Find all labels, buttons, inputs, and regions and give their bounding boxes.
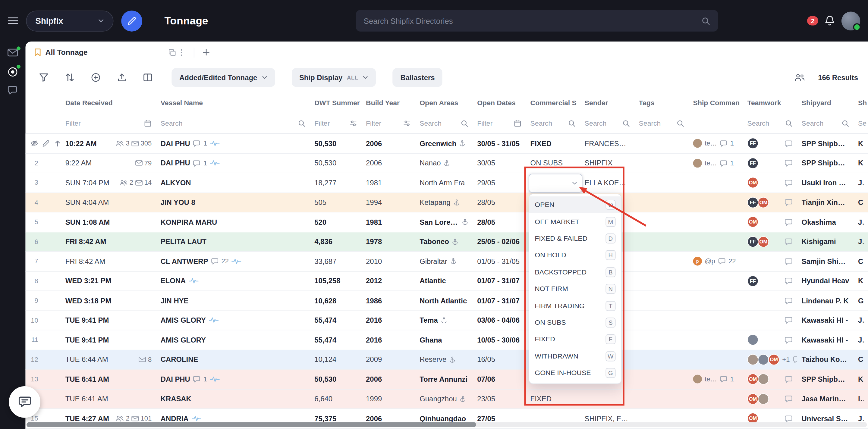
column-header-commercial[interactable]: Commercial S — [526, 97, 580, 107]
status-option-fixed[interactable]: FIXEDF — [529, 331, 621, 348]
filter-sender[interactable]: Search — [580, 119, 634, 127]
filter-tags[interactable]: Search — [634, 119, 689, 127]
sidebar-item-chat[interactable] — [7, 85, 19, 96]
status-option-open[interactable]: OPENO — [529, 196, 621, 213]
column-header-teamwork[interactable]: Teamwork — [743, 97, 797, 107]
export-button[interactable] — [113, 68, 131, 87]
status-option-gone-in-house[interactable]: GONE IN-HOUSEG — [529, 365, 621, 382]
cell-commercial-status[interactable]: FIXED — [526, 395, 580, 403]
teamwork-filter-icon[interactable] — [794, 73, 805, 81]
status-combobox[interactable] — [529, 174, 582, 193]
status-option-withdrawn[interactable]: WITHDRAWNW — [529, 348, 621, 365]
pencil-icon — [127, 16, 136, 25]
teammate-avatar[interactable]: FF — [747, 158, 758, 169]
table-row[interactable]: 8WED 3:21 PMELONA105,2582012Atlantic01/0… — [25, 271, 868, 291]
support-chat-launcher[interactable] — [9, 386, 40, 418]
filter-button[interactable] — [34, 68, 53, 87]
status-option-on-subs[interactable]: ON SUBSS — [529, 314, 621, 331]
duplicate-view-icon[interactable] — [168, 48, 176, 56]
added-edited-tonnage-dropdown[interactable]: Added/Edited Tonnage — [172, 68, 275, 87]
teammate-avatar[interactable]: FF — [747, 197, 758, 208]
add-tonnage-button[interactable] — [87, 68, 105, 87]
teammate-avatar[interactable]: OM — [758, 197, 769, 208]
menu-icon[interactable] — [8, 16, 19, 25]
status-option-not-firm[interactable]: NOT FIRMN — [529, 280, 621, 297]
compose-button[interactable] — [121, 10, 142, 31]
filter-dates[interactable]: Filter — [473, 119, 526, 127]
column-header-shipcomments[interactable]: Ship Commen — [689, 97, 743, 107]
column-header-build[interactable]: Build Year — [361, 97, 415, 107]
filter-dwt[interactable]: Filter — [310, 119, 362, 127]
column-header-vessel[interactable]: Vessel Name — [156, 97, 310, 107]
teammate-avatar[interactable] — [758, 393, 769, 404]
tab-menu-icon[interactable] — [181, 48, 183, 56]
cell-commercial-status[interactable]: ON SUBS — [526, 159, 580, 167]
column-header-dwt[interactable]: DWT Summer — [310, 97, 362, 107]
sort-button[interactable] — [60, 68, 79, 87]
teammate-avatar[interactable] — [747, 354, 758, 365]
global-search-input[interactable] — [364, 16, 696, 25]
table-row[interactable]: 11TUE 9:41 PMAMIS GLORY55,4742016Ghana10… — [25, 330, 868, 350]
status-option-firm-trading[interactable]: FIRM TRADINGT — [529, 297, 621, 314]
column-header-tags[interactable]: Tags — [634, 97, 689, 107]
filter-shipyard[interactable]: Search — [797, 119, 854, 127]
table-row[interactable]: 13TUE 6:41 AMDAI PHU150,5302006Torre Ann… — [25, 370, 868, 389]
teammate-avatar[interactable]: FF — [747, 236, 758, 248]
status-option-on-hold[interactable]: ON HOLDH — [529, 247, 621, 264]
teammate-avatar[interactable]: FF — [747, 138, 758, 149]
teammate-avatar[interactable]: OM — [747, 177, 758, 188]
table-row[interactable]: 7FRI 8:42 AMCL ANTWERP2233,6872010Gibral… — [25, 252, 868, 271]
cell-commercial-status[interactable]: FIXED — [526, 139, 580, 147]
ship-display-dropdown[interactable]: Ship Display ALL — [291, 68, 376, 87]
sidebar-item-tonnage[interactable] — [7, 66, 19, 77]
status-combobox-input[interactable] — [534, 179, 572, 187]
table-row[interactable]: 9WED 3:18 PMJIN HYE10,6281986North Atlan… — [25, 291, 868, 310]
workspace-switcher[interactable]: Shipfix — [26, 10, 113, 31]
status-option-off-market[interactable]: OFF MARKETM — [529, 213, 621, 230]
table-row[interactable]: 10:22 AM3305DAI PHU150,5302006Greenwich3… — [25, 134, 868, 153]
table-row[interactable]: 12TUE 6:44 AM8CAROLINE10,1242009Reserve1… — [25, 350, 868, 370]
column-header-sender[interactable]: Sender — [580, 97, 634, 107]
column-header-dates[interactable]: Open Dates — [473, 97, 526, 107]
table-row[interactable]: 6FRI 8:42 AMPELITA LAUT4,8361978Taboneo2… — [25, 232, 868, 252]
table-row[interactable]: 10TUE 9:41 PMAMIS GLORY55,4742016Tema03/… — [25, 310, 868, 330]
filter-areas[interactable]: Search — [415, 119, 473, 127]
teammate-avatar[interactable] — [758, 373, 769, 385]
teammate-avatar[interactable]: OM — [747, 393, 758, 404]
table-row[interactable]: 3SUN 7:04 PM214ALKYON18,2771981North Arm… — [25, 173, 868, 193]
filter-build[interactable]: Filter — [361, 119, 415, 127]
user-avatar[interactable] — [841, 11, 860, 30]
add-tab-button[interactable] — [198, 45, 213, 60]
filter-vessel[interactable]: Search — [156, 119, 310, 127]
column-header-shipyard[interactable]: Shipyard — [797, 97, 854, 107]
filter-commercial[interactable]: Search — [526, 119, 580, 127]
table-row[interactable]: 5SUN 1:08 AMKONPIRA MARU5201981San Loren… — [25, 212, 868, 232]
sidebar-item-inbox[interactable] — [7, 48, 19, 59]
column-header-date[interactable]: Date Received — [61, 97, 156, 107]
column-header-country[interactable]: Sh — [854, 97, 868, 107]
teammate-avatar[interactable]: OM — [747, 373, 758, 385]
filter-teamwork[interactable]: Search — [743, 119, 797, 127]
teammate-avatar[interactable] — [747, 334, 758, 345]
bell-icon[interactable] — [824, 15, 835, 27]
teammate-avatar[interactable] — [758, 354, 769, 365]
ballasters-button[interactable]: Ballasters — [393, 68, 443, 87]
global-search[interactable] — [356, 10, 718, 32]
columns-button[interactable] — [138, 68, 157, 87]
table-row[interactable]: 14TUE 6:41 AMKRASAK6,6401999Guangzhou23/… — [25, 389, 868, 409]
table-row[interactable]: 29:22 AM79DAI PHU150,5302006Nanao30/05ON… — [25, 154, 868, 173]
teammate-avatar[interactable]: OM — [768, 354, 779, 365]
teammate-avatar[interactable]: OM — [747, 217, 758, 228]
teammate-avatar[interactable]: FF — [747, 275, 758, 287]
status-option-backstopped[interactable]: BACKSTOPPEDB — [529, 264, 621, 280]
filter-country[interactable]: Se — [854, 119, 868, 127]
status-option-fixed-failed[interactable]: FIXED & FAILEDD — [529, 230, 621, 247]
filter-date[interactable]: Filter — [61, 119, 156, 127]
tab-all-tonnage[interactable]: All Tonnage — [28, 41, 189, 63]
column-header-areas[interactable]: Open Areas — [415, 97, 473, 107]
teammate-avatar[interactable]: OM — [758, 236, 769, 248]
row-hover-tools[interactable] — [25, 139, 61, 147]
table-row[interactable]: 4SUN 4:04 AMJIN YOU 85051994Ketapang28/0… — [25, 193, 868, 212]
scrollbar-thumb[interactable] — [27, 422, 476, 427]
horizontal-scrollbar[interactable] — [27, 422, 867, 427]
